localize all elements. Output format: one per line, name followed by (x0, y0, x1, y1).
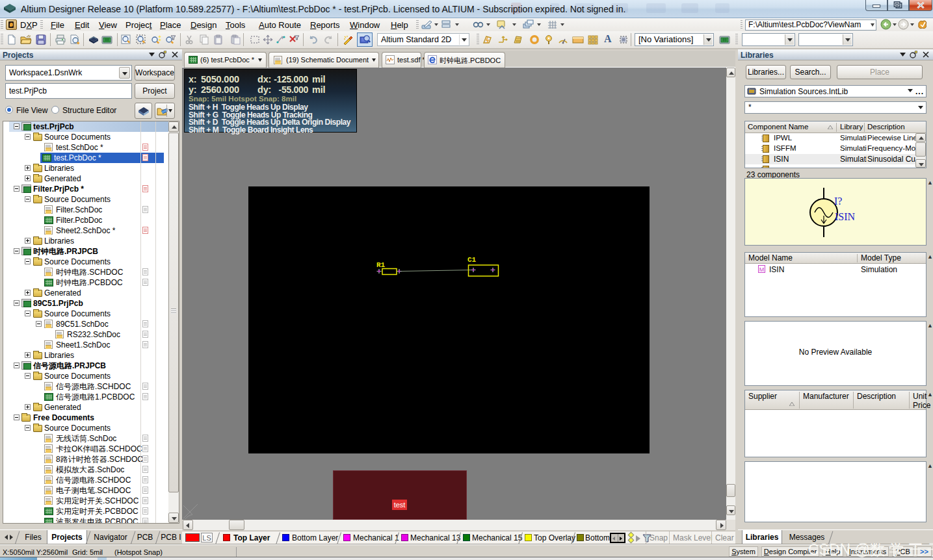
svg-text:R1: R1 (376, 261, 386, 269)
svg-text:C1: C1 (467, 256, 477, 264)
svg-text:ISIN: ISIN (835, 211, 856, 222)
svg-text:I?: I? (834, 196, 842, 207)
